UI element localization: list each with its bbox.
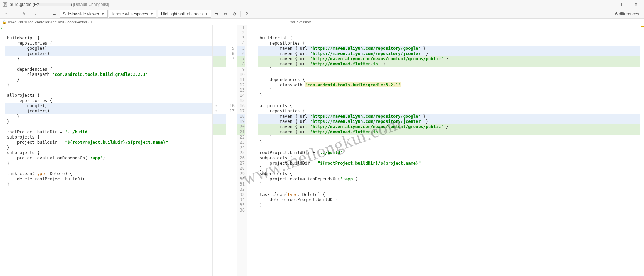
- code-line[interactable]: maven { url 'http://maven.aliyun.com/nex…: [258, 56, 644, 62]
- code-line[interactable]: maven { url 'https://maven.aliyun.com/re…: [258, 51, 644, 56]
- code-line[interactable]: delete rootProject.buildDir: [258, 197, 644, 203]
- code-line[interactable]: classpath 'com.android.tools.build:gradl…: [5, 72, 212, 77]
- apply-diff-arrow[interactable]: »: [215, 104, 217, 108]
- code-line[interactable]: project.evaluationDependsOn(':app'): [258, 176, 644, 182]
- code-line[interactable]: }: [258, 135, 644, 140]
- code-line[interactable]: [5, 62, 212, 67]
- right-code-pane[interactable]: buildscript { repositories { maven { url…: [258, 25, 644, 276]
- code-line[interactable]: dependencies {: [258, 77, 644, 82]
- code-line[interactable]: [258, 72, 644, 77]
- code-line[interactable]: rootProject.buildDir = '../build': [5, 129, 212, 135]
- jump-to-source-button[interactable]: ≣: [51, 10, 58, 18]
- code-line[interactable]: [5, 30, 212, 36]
- minimize-button[interactable]: —: [596, 0, 612, 9]
- code-line[interactable]: project.buildDir = "${rootProject.buildD…: [5, 140, 212, 145]
- line-number: [226, 187, 235, 192]
- settings-button[interactable]: ⚙: [231, 10, 238, 18]
- code-line[interactable]: jcenter(): [5, 109, 212, 114]
- code-line[interactable]: repositories {: [5, 41, 212, 46]
- warning-mark[interactable]: [641, 26, 644, 27]
- code-line[interactable]: buildscript {: [5, 36, 212, 41]
- code-line[interactable]: subprojects {: [258, 171, 644, 176]
- code-line[interactable]: }: [5, 114, 212, 119]
- line-number: [226, 77, 235, 82]
- line-number: [226, 25, 235, 30]
- code-line[interactable]: jcenter(): [5, 51, 212, 56]
- code-line[interactable]: classpath 'com.android.tools.build:gradl…: [258, 82, 644, 88]
- nav-forward-button[interactable]: →: [41, 10, 49, 18]
- line-number: [226, 93, 235, 98]
- sync-scroll-button[interactable]: ⧉: [222, 10, 229, 18]
- code-line[interactable]: project.evaluationDependsOn(':app'): [5, 156, 212, 161]
- next-diff-button[interactable]: ↓: [11, 10, 19, 18]
- code-line[interactable]: [5, 88, 212, 93]
- code-line[interactable]: }: [258, 140, 644, 145]
- help-button[interactable]: ?: [243, 10, 251, 18]
- line-number: 7: [237, 56, 245, 62]
- code-line[interactable]: buildscript {: [258, 36, 644, 41]
- line-number: [226, 88, 235, 93]
- code-line[interactable]: subprojects {: [5, 150, 212, 156]
- code-line[interactable]: rootProject.buildDir = '../build': [258, 150, 644, 156]
- maximize-button[interactable]: ☐: [612, 0, 628, 9]
- viewer-mode-combobox[interactable]: Side-by-side viewer ▼: [60, 10, 108, 18]
- prev-diff-button[interactable]: ↑: [2, 10, 10, 18]
- code-line[interactable]: maven { url 'http://maven.aliyun.com/nex…: [258, 124, 644, 129]
- code-line[interactable]: [5, 187, 212, 192]
- code-line[interactable]: [258, 30, 644, 36]
- code-line[interactable]: allprojects {: [258, 103, 644, 109]
- code-line[interactable]: [258, 25, 644, 30]
- code-line[interactable]: maven { url 'http://download.flutter.io'…: [258, 62, 644, 67]
- code-line[interactable]: }: [258, 166, 644, 171]
- code-line[interactable]: project.buildDir = "${rootProject.buildD…: [258, 161, 644, 166]
- code-line[interactable]: maven { url 'https://maven.aliyun.com/re…: [258, 119, 644, 124]
- nav-back-button[interactable]: ←: [32, 10, 40, 18]
- code-line[interactable]: maven { url 'https://maven.aliyun.com/re…: [258, 114, 644, 119]
- whitespace-combobox[interactable]: Ignore whitespaces ▼: [109, 10, 156, 18]
- close-button[interactable]: ✕: [628, 0, 644, 9]
- code-line[interactable]: google(): [5, 46, 212, 51]
- window-controls: — ☐ ✕: [596, 0, 644, 9]
- highlight-combobox[interactable]: Highlight split changes ▼: [158, 10, 211, 18]
- code-line[interactable]: }: [5, 56, 212, 62]
- code-line[interactable]: task clean(type: Delete) {: [5, 171, 212, 176]
- code-line[interactable]: allprojects {: [5, 93, 212, 98]
- code-line[interactable]: [5, 124, 212, 129]
- code-line[interactable]: repositories {: [258, 41, 644, 46]
- apply-diff-arrow[interactable]: »: [215, 109, 217, 113]
- code-line[interactable]: }: [258, 203, 644, 208]
- code-line[interactable]: }: [5, 161, 212, 166]
- line-number: 33: [237, 192, 245, 197]
- code-line[interactable]: }: [258, 182, 644, 187]
- code-line[interactable]: }: [258, 93, 644, 98]
- code-line[interactable]: }: [5, 119, 212, 124]
- code-line[interactable]: }: [258, 88, 644, 93]
- code-line[interactable]: }: [5, 82, 212, 88]
- error-stripe[interactable]: [640, 25, 644, 276]
- code-line[interactable]: [5, 25, 212, 30]
- code-line[interactable]: delete rootProject.buildDir: [5, 176, 212, 182]
- code-line[interactable]: repositories {: [258, 109, 644, 114]
- code-line[interactable]: google(): [5, 103, 212, 109]
- line-number: [226, 41, 235, 46]
- code-line[interactable]: task clean(type: Delete) {: [258, 192, 644, 197]
- code-line[interactable]: [5, 166, 212, 171]
- code-line[interactable]: dependencies {: [5, 67, 212, 72]
- code-line[interactable]: }: [5, 145, 212, 150]
- code-line[interactable]: [258, 208, 644, 213]
- code-line[interactable]: subprojects {: [5, 135, 212, 140]
- left-code-pane[interactable]: buildscript { repositories { google() jc…: [5, 25, 212, 276]
- code-line[interactable]: [258, 98, 644, 103]
- line-number: 32: [237, 187, 245, 192]
- code-line[interactable]: [258, 187, 644, 192]
- edit-source-button[interactable]: ✎: [20, 10, 28, 18]
- code-line[interactable]: }: [5, 182, 212, 187]
- code-line[interactable]: repositories {: [5, 98, 212, 103]
- code-line[interactable]: }: [258, 67, 644, 72]
- code-line[interactable]: }: [5, 77, 212, 82]
- code-line[interactable]: subprojects {: [258, 156, 644, 161]
- code-line[interactable]: maven { url 'https://maven.aliyun.com/re…: [258, 46, 644, 51]
- collapse-unchanged-button[interactable]: ⇆: [213, 10, 220, 18]
- code-line[interactable]: maven { url 'http://download.flutter.io'…: [258, 129, 644, 135]
- code-line[interactable]: [258, 145, 644, 150]
